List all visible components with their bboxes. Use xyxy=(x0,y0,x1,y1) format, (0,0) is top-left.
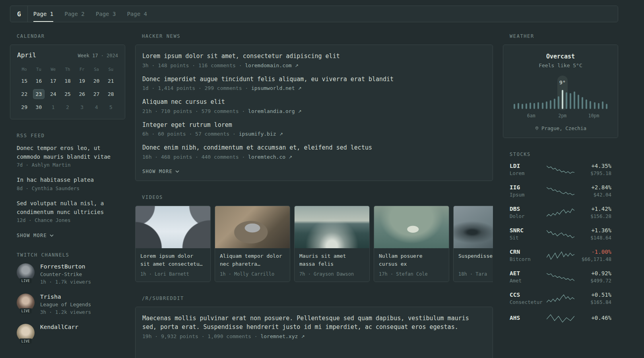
video-title[interactable]: Mauris sit amet massa felis xyxy=(299,252,365,268)
weather-bar xyxy=(562,90,563,109)
calendar-day[interactable]: 20 xyxy=(91,76,102,86)
weather-bar xyxy=(590,101,591,109)
stock-row[interactable]: AET Amet +0.92% $499.72 xyxy=(510,270,611,284)
weather-chart: 9° xyxy=(514,76,607,109)
video-thumbnail[interactable] xyxy=(454,206,493,248)
stock-values: +0.92% $499.72 xyxy=(574,270,611,284)
stock-row[interactable]: IIG Ipsum +2.84% $42.04 xyxy=(510,184,611,198)
calendar-day[interactable]: 26 xyxy=(76,90,87,99)
hacker-news-show-more-button[interactable]: SHOW MORE xyxy=(142,169,179,174)
calendar-day[interactable]: 25 xyxy=(62,90,73,99)
calendar-day[interactable]: 21 xyxy=(105,76,116,86)
news-item-stats: 3h · 148 points · 116 comments · xyxy=(142,62,245,68)
calendar-day[interactable]: 1 xyxy=(49,103,57,112)
avatar: LIVE xyxy=(17,263,35,281)
stock-price: $66,171.48 xyxy=(574,256,611,262)
news-item-title[interactable]: Integer eget rutrum lorem xyxy=(142,121,486,130)
calendar-day-number: 26 xyxy=(76,90,87,99)
stock-row[interactable]: CCS Consectetur +0.51% $165.84 xyxy=(510,292,611,305)
news-item-domain-link[interactable]: loremtech.co ↗ xyxy=(248,154,292,160)
stock-row[interactable]: DBS Dolor +1.42% $156.28 xyxy=(510,206,611,219)
video-card[interactable]: Lorem ipsum dolor sit amet consectetu… 1… xyxy=(135,206,211,282)
calendar-day[interactable]: 30 xyxy=(33,103,45,112)
video-title[interactable]: Nullam posuere cursus ex xyxy=(379,252,444,268)
video-thumbnail[interactable] xyxy=(374,206,449,248)
calendar-day-number: 2 xyxy=(64,103,72,112)
calendar-day[interactable]: 15 xyxy=(19,76,30,86)
video-meta: 17h · Stefan Cole xyxy=(379,271,444,277)
rss-item-title[interactable]: Sed volutpat nulla nisl, a condimentum n… xyxy=(17,199,118,216)
calendar-day[interactable]: 22 xyxy=(19,90,30,99)
page-tab[interactable]: Page 1 xyxy=(28,6,59,22)
weather-bar xyxy=(514,104,515,109)
calendar-day[interactable]: 5 xyxy=(107,103,115,112)
calendar-day[interactable]: 27 xyxy=(91,90,102,99)
stocks-list: LDI Lorem +4.35% $795.18 xyxy=(503,163,618,323)
news-item-domain-link[interactable]: loremdomain.com ↗ xyxy=(245,62,298,68)
video-thumbnail[interactable] xyxy=(215,206,290,248)
video-title[interactable]: Suspendisse diam xyxy=(458,252,493,268)
rss-item-title[interactable]: In hac habitasse platea xyxy=(17,176,118,185)
calendar-day[interactable]: 16 xyxy=(33,76,45,86)
calendar-day[interactable]: 3 xyxy=(78,103,86,112)
calendar-month: April xyxy=(17,51,36,59)
twitch-channel[interactable]: LIVE Trisha League of Legends 3h · 1.2k … xyxy=(17,294,118,315)
news-item-title[interactable]: Aliquam nec cursus elit xyxy=(142,97,486,107)
rss-item-title[interactable]: Donec tempor eros leo, ut commodo mauris… xyxy=(17,144,118,161)
rss-show-more-button[interactable]: SHOW MORE xyxy=(17,233,54,238)
twitch-channel[interactable]: LIVE KendallCarr xyxy=(17,324,118,342)
page-tab[interactable]: Page 3 xyxy=(90,6,122,22)
stock-row[interactable]: LDI Lorem +4.35% $795.18 xyxy=(510,163,611,176)
video-card[interactable]: Aliquam tempor dolor nec pharetra… 1h · … xyxy=(215,206,290,282)
news-item-domain-link[interactable]: ipsumify.biz ↗ xyxy=(239,131,283,137)
stock-row[interactable]: AHS +0.46% xyxy=(510,313,611,323)
page-tab[interactable]: Page 4 xyxy=(121,6,153,22)
weather-bar xyxy=(598,103,599,109)
page-tab[interactable]: Page 2 xyxy=(59,6,90,22)
calendar-day[interactable]: 28 xyxy=(105,90,116,99)
reddit-post-domain-link[interactable]: loremnet.xyz ↗ xyxy=(260,333,305,339)
stock-row[interactable]: CRN Bitcorn -1.00% $66,171.48 xyxy=(510,249,611,262)
stock-row[interactable]: SNRC Sit +1.36% $148.64 xyxy=(510,227,611,241)
video-title[interactable]: Aliquam tempor dolor nec pharetra… xyxy=(220,252,285,268)
chevron-down-icon xyxy=(50,234,54,237)
calendar-day-number: 15 xyxy=(19,76,30,86)
video-card[interactable]: Suspendisse diam 18h · Tara xyxy=(453,206,493,282)
calendar-widget: CALENDAR April Week 17 · 2024 MoTuWeThFr… xyxy=(10,33,125,119)
calendar-day[interactable]: 4 xyxy=(93,103,101,112)
video-title[interactable]: Lorem ipsum dolor sit amet consectetu… xyxy=(140,252,206,268)
news-item-title[interactable]: Donec enim nibh, condimentum et accumsan… xyxy=(142,143,486,152)
video-thumbnail[interactable] xyxy=(295,206,369,248)
calendar-day[interactable]: 24 xyxy=(48,90,59,99)
video-meta: 18h · Tara xyxy=(458,271,493,277)
external-link-icon: ↗ xyxy=(289,155,292,160)
news-item-title[interactable]: Donec imperdiet augue tincidunt felis al… xyxy=(142,75,486,84)
rss-item: Donec tempor eros leo, ut commodo mauris… xyxy=(17,144,118,168)
calendar-day[interactable]: 29 xyxy=(19,103,30,112)
stock-sparkline xyxy=(547,272,574,282)
calendar-day[interactable]: 17 xyxy=(48,76,59,86)
weather-bar xyxy=(566,92,567,109)
channel-game: Counter-Strike xyxy=(40,271,91,277)
news-item-domain-link[interactable]: loremlandia.org ↗ xyxy=(248,108,301,114)
calendar-day-number: 21 xyxy=(105,76,116,86)
rss-item: In hac habitasse platea 8d · Cynthia Sau… xyxy=(17,176,118,191)
news-item-domain-link[interactable]: ipsumworld.net ↗ xyxy=(251,85,302,91)
reddit-post-title[interactable]: Maecenas mollis pulvinar erat non posuer… xyxy=(142,314,486,332)
calendar-day[interactable]: 23 xyxy=(33,90,45,99)
video-card[interactable]: Nullam posuere cursus ex 17h · Stefan Co… xyxy=(374,206,449,282)
calendar-day[interactable]: 19 xyxy=(76,76,87,86)
stock-symbol: CCS xyxy=(510,292,547,298)
twitch-channel-list: LIVE ForrestBurton Counter-Strike 1h · 1… xyxy=(10,263,125,342)
video-card[interactable]: Mauris sit amet massa felis 7h · Grayson… xyxy=(294,206,370,282)
news-item-meta: 6h · 60 points · 57 comments · ipsumify.… xyxy=(142,131,486,137)
calendar-day[interactable]: 2 xyxy=(64,103,72,112)
weather-bar xyxy=(542,103,543,109)
news-item-title[interactable]: Lorem ipsum dolor sit amet, consectetur … xyxy=(142,52,486,61)
videos-widget-title: VIDEOS xyxy=(142,195,493,200)
twitch-channel[interactable]: LIVE ForrestBurton Counter-Strike 1h · 1… xyxy=(17,263,118,285)
calendar-day-number: 16 xyxy=(33,76,45,86)
video-thumbnail[interactable] xyxy=(136,206,210,248)
app-logo[interactable]: G xyxy=(17,10,21,18)
calendar-day[interactable]: 18 xyxy=(62,76,73,86)
